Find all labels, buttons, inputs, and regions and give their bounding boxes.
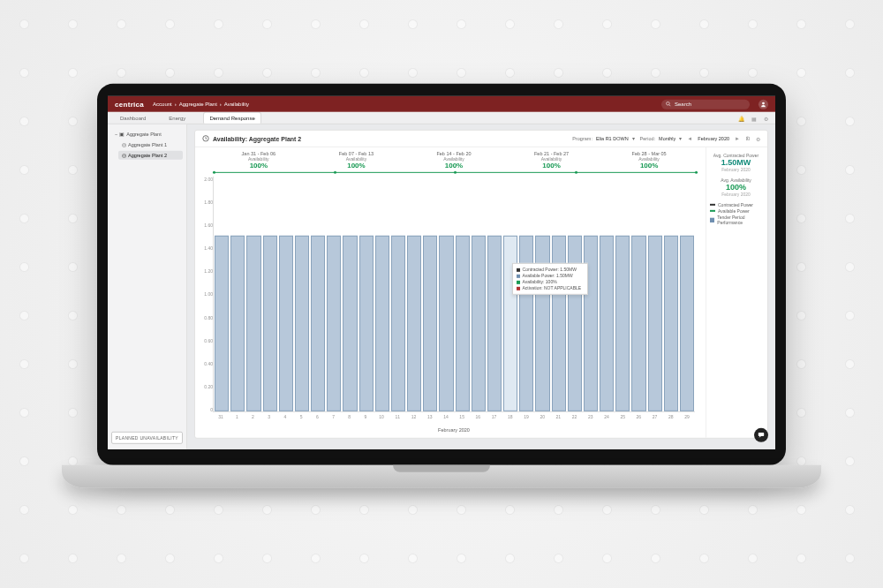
period-filter[interactable]: Period: Monthly ▾ — [640, 136, 683, 141]
chat-icon — [758, 432, 765, 439]
bar-day[interactable] — [327, 235, 341, 411]
bar-day[interactable] — [503, 235, 517, 411]
tab-demand-response[interactable]: Demand Response — [203, 112, 260, 124]
chevron-down-icon: ▾ — [679, 136, 682, 141]
avg-availability: Avg. Availability 100% February 2020 — [710, 177, 762, 197]
minus-icon: − — [115, 132, 117, 137]
next-button[interactable]: ► — [735, 136, 740, 141]
weekly-summary: Jan 31 - Feb 06Availability100%Feb 07 - … — [208, 151, 700, 171]
bar-day[interactable] — [391, 235, 405, 411]
user-icon — [760, 101, 766, 107]
bar-day[interactable] — [246, 235, 260, 411]
bar-day[interactable] — [535, 235, 549, 411]
sidebar: − ▣ Aggregate Plant ◎ Aggregate Plant 1 … — [108, 124, 187, 449]
week-summary: Feb 28 - Mar 05Availability100% — [603, 151, 695, 170]
week-summary: Jan 31 - Feb 06Availability100% — [213, 151, 305, 170]
bar-day[interactable] — [456, 235, 470, 411]
card-header: Availability: Aggregate Plant 2 Program:… — [195, 131, 767, 147]
program-label: Program: — [572, 136, 592, 141]
week-summary: Feb 07 - Feb 13Availability100% — [311, 151, 403, 170]
bar-day[interactable] — [487, 235, 502, 411]
bar-day[interactable] — [423, 235, 437, 411]
bar-day[interactable] — [311, 235, 325, 411]
marker-icon: ◎ — [122, 142, 126, 147]
period-value: Monthly — [659, 136, 675, 141]
clock-icon — [202, 135, 209, 142]
svg-point-2 — [762, 102, 765, 104]
bar-day[interactable] — [600, 235, 614, 411]
program-value: Elia R1 DOWN — [596, 136, 629, 141]
bar-day[interactable] — [472, 235, 486, 411]
bar-day[interactable] — [664, 235, 678, 411]
planned-unavailability-button[interactable]: PLANNED UNAVAILABILITY — [111, 432, 183, 444]
app-screen: centrica Account › Aggregate Plant › Ava… — [108, 96, 775, 449]
period-label: Period: — [640, 136, 655, 141]
tree-item-plant-1[interactable]: ◎ Aggregate Plant 1 — [118, 140, 183, 149]
tab-dashboard[interactable]: Dashboard — [115, 113, 151, 124]
bar-day[interactable] — [519, 235, 533, 411]
bar-day[interactable] — [631, 235, 645, 411]
bar-day[interactable] — [568, 235, 582, 411]
main-content: Availability: Aggregate Plant 2 Program:… — [187, 124, 775, 449]
search-placeholder: Search — [675, 102, 691, 107]
brand-logo: centrica — [115, 100, 144, 108]
laptop-bezel: centrica Account › Aggregate Plant › Ava… — [97, 84, 786, 465]
metrics-panel: Avg. Contracted Power 1.50MW February 20… — [706, 147, 767, 438]
tree-root-label: Aggregate Plant — [126, 132, 161, 137]
laptop-base — [62, 465, 821, 488]
bar-day[interactable] — [359, 235, 374, 411]
bar-day[interactable] — [648, 235, 662, 411]
chart-area: Jan 31 - Feb 06Availability100%Feb 07 - … — [195, 147, 706, 438]
chevron-right-icon: › — [220, 102, 222, 107]
gear-icon[interactable]: ⚙ — [764, 116, 768, 122]
bar-day[interactable] — [295, 235, 309, 411]
settings-icon[interactable]: ⚙ — [756, 135, 760, 141]
crumb-account[interactable]: Account — [153, 102, 172, 107]
svg-point-0 — [667, 102, 670, 105]
bar-day[interactable] — [263, 235, 277, 411]
search-input[interactable]: Search — [661, 99, 750, 109]
nav-tabs: Dashboard Energy Demand Response 🔔 ▦ ⚙ — [108, 112, 775, 124]
bar-day[interactable] — [343, 235, 357, 411]
date-display: February 2020 — [698, 136, 729, 141]
tree-item-label: Aggregate Plant 1 — [128, 142, 167, 147]
user-avatar[interactable] — [758, 99, 768, 109]
crumb-aggregate-plant[interactable]: Aggregate Plant — [179, 102, 217, 107]
bar-day[interactable] — [680, 235, 694, 411]
calendar-icon[interactable]: 🗓 — [745, 136, 751, 141]
bar-chart: 2.001.801.601.401.201.000.800.600.400.20… — [213, 177, 695, 425]
chart-tooltip: Contracted Power: 1.50MW Available Power… — [512, 263, 588, 295]
chart-legend: Contracted Power Available Power Tender … — [710, 202, 762, 225]
availability-card: Availability: Aggregate Plant 2 Program:… — [194, 130, 768, 439]
bell-icon[interactable]: 🔔 — [738, 116, 744, 122]
week-summary: Feb 21 - Feb 27Availability100% — [506, 151, 598, 170]
bar-day[interactable] — [279, 235, 293, 411]
program-filter[interactable]: Program: Elia R1 DOWN ▾ — [572, 136, 634, 141]
search-icon — [666, 102, 671, 107]
chevron-down-icon: ▾ — [632, 136, 635, 141]
card-title-text: Availability: Aggregate Plant 2 — [213, 135, 301, 141]
tree-item-plant-2[interactable]: ◎ Aggregate Plant 2 — [118, 151, 183, 160]
chat-button[interactable] — [754, 428, 768, 442]
week-summary: Feb 14 - Feb 20Availability100% — [408, 151, 500, 170]
bar-day[interactable] — [439, 235, 453, 411]
x-axis: 3112345678910111213141516171819202122232… — [213, 414, 695, 425]
app-header: centrica Account › Aggregate Plant › Ava… — [108, 96, 775, 112]
svg-line-1 — [669, 105, 671, 107]
bar-day[interactable] — [615, 235, 630, 411]
tree-root[interactable]: − ▣ Aggregate Plant — [111, 130, 183, 139]
breadcrumb: Account › Aggregate Plant › Availability — [153, 102, 249, 107]
y-axis: 2.001.801.601.401.201.000.800.600.400.20… — [202, 177, 213, 412]
prev-button[interactable]: ◄ — [687, 136, 692, 141]
bar-day[interactable] — [215, 235, 229, 411]
tab-energy[interactable]: Energy — [163, 113, 191, 124]
crumb-availability[interactable]: Availability — [224, 102, 249, 107]
avg-contracted-power: Avg. Contracted Power 1.50MW February 20… — [710, 153, 762, 172]
bar-day[interactable] — [230, 235, 245, 411]
bar-day[interactable] — [584, 235, 598, 411]
bar-day[interactable] — [552, 235, 566, 411]
grid-icon[interactable]: ▦ — [751, 116, 757, 122]
bar-day[interactable] — [375, 235, 389, 411]
tree-item-label: Aggregate Plant 2 — [128, 153, 167, 158]
bar-day[interactable] — [407, 235, 421, 411]
